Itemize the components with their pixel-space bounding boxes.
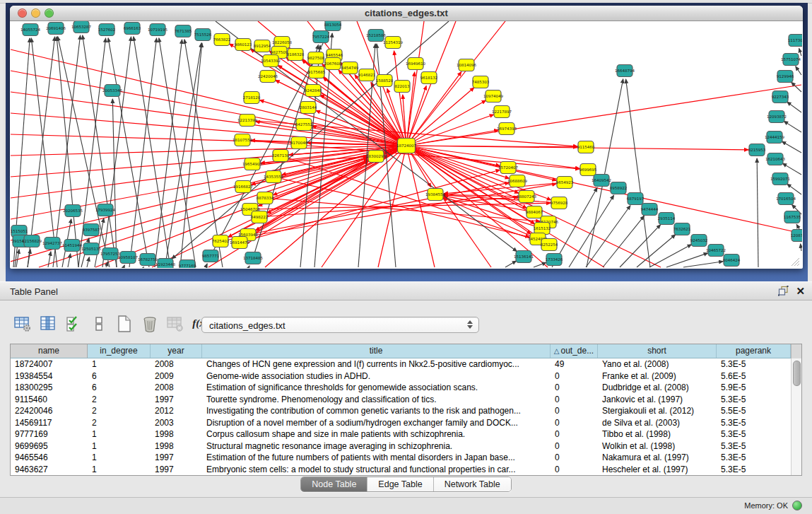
table-cell[interactable]: 1 bbox=[88, 440, 151, 452]
table-cell[interactable]: 2 bbox=[88, 394, 151, 406]
table-row[interactable]: 1938455462009Genome-wide association stu… bbox=[11, 370, 801, 382]
table-settings-icon[interactable] bbox=[13, 314, 32, 333]
table-cell[interactable]: 5.3E-5 bbox=[717, 440, 791, 452]
table-cell[interactable]: 0 bbox=[551, 428, 598, 440]
table-cell[interactable]: 5.3E-5 bbox=[717, 452, 791, 464]
close-panel-icon[interactable]: ✕ bbox=[796, 286, 805, 296]
table-cell[interactable]: 9777169 bbox=[11, 428, 88, 440]
table-row[interactable]: 2242004622012Investigating the contribut… bbox=[11, 405, 801, 417]
table-cell[interactable]: Hescheler et al. (1997) bbox=[598, 464, 717, 476]
tab-network-table[interactable]: Network Table bbox=[434, 477, 511, 491]
table-cell[interactable]: 1998 bbox=[151, 440, 202, 452]
float-panel-icon[interactable] bbox=[778, 286, 789, 296]
memory-status-indicator[interactable] bbox=[792, 501, 802, 510]
table-cell[interactable]: Franke et al. (2009) bbox=[598, 370, 717, 382]
network-window-titlebar[interactable]: citations_edges.txt bbox=[10, 6, 803, 21]
table-cell[interactable]: Stergiakouli et al. (2012) bbox=[598, 405, 717, 417]
table-cell[interactable]: 0 bbox=[551, 452, 598, 464]
table-cell[interactable]: Yano et al. (2008) bbox=[598, 358, 717, 370]
table-header-row[interactable]: namein_degreeyeartitle△out_de...shortpag… bbox=[11, 344, 801, 358]
table-cell[interactable]: 18724007 bbox=[11, 358, 88, 370]
column-header-year[interactable]: year bbox=[151, 344, 202, 358]
tab-node-table[interactable]: Node Table bbox=[301, 477, 367, 491]
table-cell[interactable]: Disruption of a novel member of a sodium… bbox=[202, 417, 551, 429]
table-cell[interactable]: 49 bbox=[551, 358, 598, 370]
table-cell[interactable]: 19384554 bbox=[11, 370, 88, 382]
table-cell[interactable]: 0 bbox=[551, 370, 598, 382]
vertical-scrollbar[interactable] bbox=[791, 358, 801, 475]
table-cell[interactable]: 2003 bbox=[151, 417, 202, 429]
scrollbar-thumb[interactable] bbox=[793, 361, 801, 386]
column-header-pagerank[interactable]: pagerank bbox=[717, 344, 791, 358]
table-cell[interactable]: 5.3E-5 bbox=[717, 417, 791, 429]
table-cell[interactable]: Investigating the contribution of common… bbox=[202, 405, 551, 417]
column-header-short[interactable]: short bbox=[598, 344, 717, 358]
table-cell[interactable]: Tourette syndrome. Phenomenology and cla… bbox=[202, 394, 551, 406]
table-cell[interactable]: 1 bbox=[88, 452, 151, 464]
table-cell[interactable]: 22420046 bbox=[11, 405, 88, 417]
table-cell[interactable]: 2008 bbox=[151, 358, 202, 370]
table-cell[interactable]: Wolkin et al. (1998) bbox=[598, 440, 717, 452]
table-row[interactable]: 946362711997Embryonic stem cells: a mode… bbox=[11, 464, 801, 476]
table-cell[interactable]: 2 bbox=[88, 405, 151, 417]
table-cell[interactable]: 5.6E-5 bbox=[717, 370, 791, 382]
table-cell[interactable]: 1997 bbox=[151, 394, 202, 406]
table-cell[interactable]: 5.9E-5 bbox=[717, 382, 791, 394]
table-cell[interactable]: 1 bbox=[88, 358, 151, 370]
table-cell[interactable]: Corpus callosum shape and size in male p… bbox=[202, 428, 551, 440]
table-cell[interactable]: 2008 bbox=[151, 382, 202, 394]
table-cell[interactable]: 0 bbox=[551, 405, 598, 417]
table-row[interactable]: 946554611997Estimation of the future num… bbox=[11, 452, 801, 464]
rows-icon[interactable] bbox=[89, 314, 108, 333]
new-document-icon[interactable] bbox=[114, 314, 134, 333]
column-header-in-degree[interactable]: in_degree bbox=[88, 344, 151, 358]
table-cell[interactable]: 1998 bbox=[151, 428, 202, 440]
table-cell[interactable]: 5.3E-5 bbox=[717, 394, 791, 406]
table-cell[interactable]: 0 bbox=[551, 382, 598, 394]
table-cell[interactable]: 5.3E-5 bbox=[717, 358, 791, 370]
table-cell[interactable]: 1 bbox=[88, 464, 151, 476]
table-cell[interactable]: Changes of HCN gene expression and I(f) … bbox=[202, 358, 551, 370]
table-cell[interactable]: Estimation of the future numbers of pati… bbox=[202, 452, 551, 464]
citation-network-graph[interactable]: 1405572420691406106532871527602696616310… bbox=[11, 21, 802, 268]
table-cell[interactable]: 1 bbox=[88, 428, 151, 440]
table-cell[interactable]: 0 bbox=[551, 417, 598, 429]
table-row[interactable]: 1872400712008Changes of HCN gene express… bbox=[11, 358, 801, 370]
table-cell[interactable]: Tibbo et al. (1998) bbox=[598, 428, 717, 440]
table-row[interactable]: 1456911722003Disruption of a novel membe… bbox=[11, 417, 801, 429]
table-cell[interactable]: Embryonic stem cells: a model to study s… bbox=[202, 464, 551, 476]
table-cell[interactable]: 18300295 bbox=[11, 382, 88, 394]
table-cell[interactable]: 6 bbox=[88, 370, 151, 382]
resize-grip[interactable] bbox=[789, 255, 800, 267]
table-cell[interactable]: Nakamura et al. (1997) bbox=[598, 452, 717, 464]
table-cell[interactable]: 5.3E-5 bbox=[717, 428, 791, 440]
table-cell[interactable]: 2009 bbox=[151, 370, 202, 382]
table-cell[interactable]: 2012 bbox=[151, 405, 202, 417]
select-columns-icon[interactable] bbox=[38, 314, 57, 333]
table-cell[interactable]: Structural magnetic resonance image aver… bbox=[202, 440, 551, 452]
table-row[interactable]: 969969511998Structural magnetic resonanc… bbox=[11, 440, 801, 452]
table-cell[interactable]: 5.5E-5 bbox=[717, 405, 791, 417]
table-cell[interactable]: 1997 bbox=[151, 452, 202, 464]
tab-edge-table[interactable]: Edge Table bbox=[367, 477, 433, 491]
column-header-out-de-[interactable]: △out_de... bbox=[551, 344, 598, 358]
table-row[interactable]: 911546021997Tourette syndrome. Phenomeno… bbox=[11, 394, 801, 406]
table-cell[interactable]: 9115460 bbox=[11, 394, 88, 406]
table-selector-dropdown[interactable]: citations_edges.txt bbox=[201, 317, 479, 333]
column-header-title[interactable]: title bbox=[202, 344, 551, 358]
table-cell[interactable]: 6 bbox=[88, 382, 151, 394]
node-table[interactable]: namein_degreeyeartitle△out_de...shortpag… bbox=[10, 344, 802, 476]
delete-icon[interactable] bbox=[140, 314, 159, 333]
table-cell[interactable]: 0 bbox=[551, 464, 598, 476]
table-cell[interactable]: 0 bbox=[551, 394, 598, 406]
table-cell[interactable]: 9465546 bbox=[11, 452, 88, 464]
table-cell[interactable]: 9699695 bbox=[11, 440, 88, 452]
table-cell[interactable]: 14569117 bbox=[11, 417, 88, 429]
table-cell[interactable]: 0 bbox=[551, 440, 598, 452]
table-cell[interactable]: 1997 bbox=[151, 464, 202, 476]
network-window[interactable]: citations_edges.txt 14055724206914061065… bbox=[10, 6, 803, 269]
select-all-icon[interactable] bbox=[64, 314, 83, 333]
table-cell[interactable]: Jankovic et al. (1997) bbox=[598, 394, 717, 406]
network-view[interactable]: 1405572420691406106532871527602696616310… bbox=[11, 21, 802, 268]
table-cell[interactable]: de Silva et al. (2003) bbox=[598, 417, 717, 429]
